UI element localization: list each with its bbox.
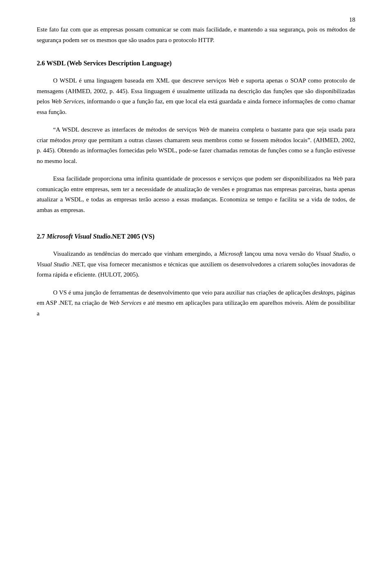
section-2-7: 2.7 Microsoft Visual Studio.NET 2005 (VS… <box>37 232 355 319</box>
content: Este fato faz com que as empresas possam… <box>37 25 355 319</box>
section-2-6-p3: Essa facilidade proporciona uma infinita… <box>37 174 355 215</box>
section-2-6-p2: “A WSDL descreve as interfaces de método… <box>37 125 355 166</box>
section-2-7-heading-italic: Microsoft Visual Studio <box>47 233 111 240</box>
section-2-7-p2: O VS é uma junção de ferramentas de dese… <box>37 288 355 319</box>
section-2-6-heading: 2.6 WSDL (Web Services Description Langu… <box>37 58 355 68</box>
section-2-7-heading: 2.7 Microsoft Visual Studio.NET 2005 (VS… <box>37 232 355 241</box>
page: 18 Este fato faz com que as empresas pos… <box>0 0 392 585</box>
section-2-6-heading-text: 2.6 WSDL (Web Services Description Langu… <box>37 60 172 67</box>
section-2-7-heading-suffix: .NET 2005 (VS) <box>111 233 155 240</box>
section-2-7-heading-number: 2.7 <box>37 233 47 240</box>
section-2-7-p1: Visualizando as tendências do mercado qu… <box>37 249 355 280</box>
intro-paragraph: Este fato faz com que as empresas possam… <box>37 25 355 45</box>
section-2-6: 2.6 WSDL (Web Services Description Langu… <box>37 58 355 215</box>
page-number: 18 <box>349 16 355 23</box>
section-2-6-p1: O WSDL é uma linguagem baseada em XML qu… <box>37 76 355 117</box>
